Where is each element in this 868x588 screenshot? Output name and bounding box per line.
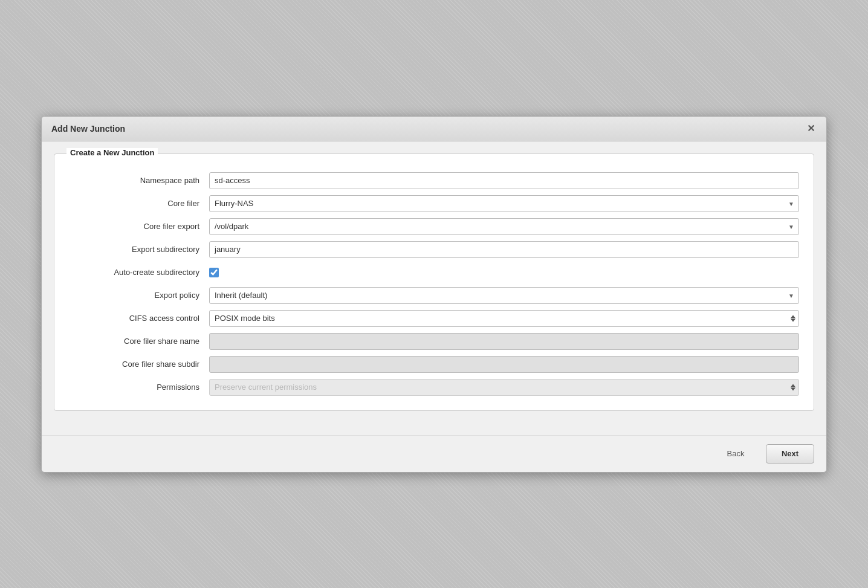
form-grid: Namespace path Core filer Flurry-NAS ▼ C…	[69, 172, 799, 396]
add-junction-dialog: Add New Junction ✕ Create a New Junction…	[41, 116, 827, 473]
permissions-select[interactable]: Preserve current permissions	[209, 379, 799, 396]
auto-create-wrapper	[209, 264, 799, 281]
close-button[interactable]: ✕	[805, 123, 817, 135]
cifs-access-select-wrapper: POSIX mode bits	[209, 310, 799, 327]
export-subdir-label: Export subdirectory	[69, 245, 202, 254]
export-policy-label: Export policy	[69, 291, 202, 300]
dialog-titlebar: Add New Junction ✕	[42, 117, 826, 141]
core-filer-share-subdir-label: Core filer share subdir	[69, 360, 202, 369]
next-button[interactable]: Next	[766, 444, 814, 464]
auto-create-label: Auto-create subdirectory	[69, 268, 202, 277]
permissions-label: Permissions	[69, 383, 202, 392]
core-filer-select[interactable]: Flurry-NAS	[209, 195, 799, 212]
core-filer-select-wrapper: Flurry-NAS ▼	[209, 195, 799, 212]
core-filer-export-select-wrapper: /vol/dpark ▼	[209, 218, 799, 235]
core-filer-label: Core filer	[69, 199, 202, 208]
core-filer-share-subdir-input[interactable]	[209, 356, 799, 373]
back-button[interactable]: Back	[711, 444, 760, 464]
cifs-access-select[interactable]: POSIX mode bits	[209, 310, 799, 327]
fieldset-legend: Create a New Junction	[66, 148, 158, 157]
export-subdir-input[interactable]	[209, 241, 799, 258]
dialog-body: Create a New Junction Namespace path Cor…	[42, 141, 826, 435]
export-policy-select[interactable]: Inherit (default)	[209, 287, 799, 304]
core-filer-export-label: Core filer export	[69, 222, 202, 231]
permissions-select-wrapper: Preserve current permissions	[209, 379, 799, 396]
core-filer-share-name-label: Core filer share name	[69, 337, 202, 346]
namespace-path-input[interactable]	[209, 172, 799, 189]
cifs-access-label: CIFS access control	[69, 314, 202, 323]
dialog-title: Add New Junction	[51, 124, 125, 134]
namespace-path-label: Namespace path	[69, 176, 202, 185]
core-filer-share-name-input[interactable]	[209, 333, 799, 350]
export-policy-select-wrapper: Inherit (default) ▼	[209, 287, 799, 304]
auto-create-checkbox[interactable]	[209, 268, 219, 277]
fieldset-box: Create a New Junction Namespace path Cor…	[54, 153, 814, 411]
core-filer-export-select[interactable]: /vol/dpark	[209, 218, 799, 235]
dialog-footer: Back Next	[42, 435, 826, 472]
